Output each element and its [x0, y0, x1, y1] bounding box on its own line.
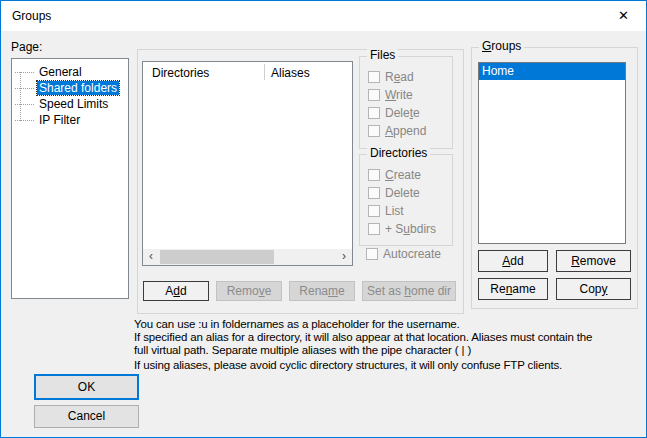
- scrollbar-thumb[interactable]: [160, 250, 274, 264]
- groups-group-label: Groups: [479, 40, 524, 53]
- groups-dialog: Groups ✕ Page: General Shared folders Sp…: [0, 0, 647, 438]
- delete-file-checkbox-row[interactable]: Delete: [368, 106, 420, 120]
- create-checkbox-row[interactable]: Create: [368, 168, 421, 182]
- tree-item-ip-filter[interactable]: IP Filter: [12, 112, 128, 128]
- ok-button[interactable]: OK: [34, 374, 139, 400]
- delete-file-checkbox[interactable]: [368, 107, 380, 119]
- add-directory-button[interactable]: Add: [143, 281, 209, 301]
- column-header-aliases[interactable]: Aliases: [271, 66, 310, 80]
- tree-item-label[interactable]: IP Filter: [37, 113, 82, 127]
- add-group-button[interactable]: Add: [478, 250, 548, 272]
- rename-group-button[interactable]: Rename: [478, 278, 548, 300]
- scroll-left-icon[interactable]: ‹: [143, 249, 159, 265]
- checkbox-label: Autocreate: [383, 247, 441, 261]
- tree-item-label[interactable]: Speed Limits: [37, 97, 110, 111]
- tree-item-label[interactable]: General: [37, 65, 84, 79]
- checkbox-label: Read: [385, 70, 414, 84]
- tree-item-label[interactable]: Shared folders: [37, 81, 119, 95]
- scroll-right-icon[interactable]: ›: [336, 249, 352, 265]
- write-checkbox[interactable]: [368, 89, 380, 101]
- remove-group-button[interactable]: Remove: [556, 250, 631, 272]
- column-separator[interactable]: [264, 64, 265, 80]
- horizontal-scrollbar[interactable]: ‹ ›: [143, 249, 352, 265]
- checkbox-label: Create: [385, 168, 421, 182]
- directories-listview: Directories Aliases ‹ ›: [142, 61, 353, 266]
- note-text: full virtual path. Separate multiple ali…: [134, 344, 471, 356]
- note-text: If specified an alias for a directory, i…: [134, 331, 592, 343]
- groups-listbox[interactable]: Home: [478, 62, 626, 244]
- remove-directory-button[interactable]: Remove: [216, 281, 282, 301]
- close-icon[interactable]: ✕: [601, 1, 646, 31]
- checkbox-label: List: [385, 204, 404, 218]
- checkbox-label: Delete: [385, 106, 420, 120]
- checkbox-label: Delete: [385, 186, 420, 200]
- window-title: Groups: [12, 9, 51, 23]
- read-checkbox-row[interactable]: Read: [368, 70, 414, 84]
- column-header-directories[interactable]: Directories: [152, 66, 209, 80]
- group-item-home[interactable]: Home: [479, 63, 625, 80]
- tree-item-speed-limits[interactable]: Speed Limits: [12, 96, 128, 112]
- tree-stub: [15, 88, 34, 89]
- subdirs-checkbox[interactable]: [368, 223, 380, 235]
- checkbox-label: + Subdirs: [385, 222, 436, 236]
- checkbox-label: Append: [385, 124, 426, 138]
- list-checkbox-row[interactable]: List: [368, 204, 404, 218]
- directories-group-label: Directories: [367, 147, 430, 160]
- note-text: If using aliases, please avoid cyclic di…: [134, 359, 562, 371]
- write-checkbox-row[interactable]: Write: [368, 88, 413, 102]
- append-checkbox-row[interactable]: Append: [368, 124, 426, 138]
- tree-stub: [15, 72, 34, 73]
- read-checkbox[interactable]: [368, 71, 380, 83]
- page-label: Page:: [11, 40, 42, 54]
- cancel-button[interactable]: Cancel: [34, 405, 139, 428]
- autocreate-checkbox[interactable]: [366, 248, 378, 260]
- subdirs-checkbox-row[interactable]: + Subdirs: [368, 222, 436, 236]
- append-checkbox[interactable]: [368, 125, 380, 137]
- directories-list-body[interactable]: [143, 82, 352, 249]
- delete-dir-checkbox[interactable]: [368, 187, 380, 199]
- rename-directory-button[interactable]: Rename: [289, 281, 355, 301]
- tree-item-general[interactable]: General: [12, 64, 128, 80]
- checkbox-label: Write: [385, 88, 413, 102]
- files-group-label: Files: [367, 49, 398, 62]
- title-bar: Groups ✕: [1, 1, 646, 31]
- files-groupbox: Files Read Write Delete Append: [359, 56, 453, 149]
- tree-stub: [15, 104, 34, 105]
- directories-groupbox: Directories Create Delete List + Subdirs: [359, 154, 453, 246]
- page-tree: General Shared folders Speed Limits IP F…: [11, 58, 129, 299]
- delete-dir-checkbox-row[interactable]: Delete: [368, 186, 420, 200]
- list-checkbox[interactable]: [368, 205, 380, 217]
- set-as-home-dir-button[interactable]: Set as home dir: [362, 281, 456, 301]
- tree-connector-line: [20, 72, 21, 121]
- tree-stub: [15, 120, 34, 121]
- autocreate-checkbox-row[interactable]: Autocreate: [366, 247, 441, 261]
- note-text: You can use :u in foldernames as a place…: [134, 318, 460, 330]
- copy-group-button[interactable]: Copy: [556, 278, 631, 300]
- create-checkbox[interactable]: [368, 169, 380, 181]
- tree-item-shared-folders[interactable]: Shared folders: [12, 80, 128, 96]
